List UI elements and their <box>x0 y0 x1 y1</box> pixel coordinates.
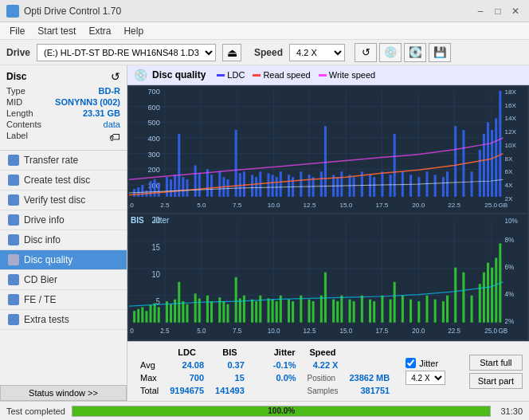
svg-text:0.0: 0.0 <box>129 326 134 335</box>
disc-button[interactable]: 💿 <box>379 43 402 62</box>
svg-rect-69 <box>255 177 257 197</box>
svg-text:700: 700 <box>147 88 159 96</box>
speed-dropdown[interactable]: 4.2 X <box>406 371 445 385</box>
jitter-chart-label: Jitter <box>152 216 170 225</box>
stats-area: LDC BIS Jitter Speed Avg 24.08 0.37 -0.1… <box>127 341 529 401</box>
svg-text:22.5: 22.5 <box>448 202 460 209</box>
contents-label: Contents <box>6 120 41 129</box>
total-ldc: 9194675 <box>165 385 209 396</box>
svg-rect-201 <box>471 295 473 322</box>
svg-rect-199 <box>454 267 457 322</box>
svg-text:25.0: 25.0 <box>484 202 497 209</box>
svg-rect-168 <box>255 301 257 323</box>
nav-disc-info[interactable]: Disc info <box>0 230 127 250</box>
svg-text:4X: 4X <box>504 182 513 189</box>
eject-button[interactable]: ⏏ <box>222 44 241 61</box>
refresh-button[interactable]: ↺ <box>355 43 377 62</box>
nav-transfer-rate[interactable]: Transfer rate <box>0 151 127 171</box>
jitter-checkbox[interactable] <box>406 358 416 368</box>
menu-extra[interactable]: Extra <box>82 24 117 38</box>
svg-rect-104 <box>483 134 485 197</box>
status-window-button[interactable]: Status window >> <box>0 385 127 401</box>
svg-text:GB: GB <box>498 202 507 209</box>
svg-rect-164 <box>235 277 237 322</box>
nav-create-test-disc[interactable]: Create test disc <box>0 171 127 190</box>
disc2-button[interactable]: 💽 <box>404 43 426 62</box>
save-button[interactable]: 💾 <box>429 43 451 62</box>
disc-refresh-icon[interactable]: ↺ <box>111 70 120 83</box>
svg-text:400: 400 <box>147 135 159 143</box>
jitter-header: Jitter <box>268 347 301 358</box>
samples-value: 381751 <box>344 385 394 396</box>
legend-ldc-label: LDC <box>227 70 245 80</box>
svg-rect-53 <box>170 179 172 197</box>
nav-label-disc-quality: Disc quality <box>24 254 72 265</box>
legend-read-label: Read speed <box>263 70 310 80</box>
nav-label-drive-info: Drive info <box>24 214 65 226</box>
svg-rect-147 <box>145 311 147 323</box>
menu-file[interactable]: File <box>3 24 31 38</box>
svg-rect-190 <box>390 299 392 322</box>
nav-fe-te[interactable]: FE / TE <box>0 290 127 310</box>
svg-rect-193 <box>409 299 412 322</box>
svg-rect-88 <box>369 175 371 197</box>
close-button[interactable]: ✕ <box>508 4 523 18</box>
svg-rect-108 <box>499 91 501 197</box>
svg-rect-171 <box>272 299 274 322</box>
disc-quality-icon: 💿 <box>134 69 147 81</box>
svg-rect-183 <box>340 295 343 322</box>
nav-label-extra-tests: Extra tests <box>24 314 69 325</box>
disc-section-title: Disc <box>6 71 26 82</box>
nav-label-create-test-disc: Create test disc <box>24 175 90 186</box>
svg-text:10: 10 <box>152 269 161 279</box>
svg-rect-55 <box>178 134 180 197</box>
svg-text:0.0: 0.0 <box>129 202 134 209</box>
svg-rect-90 <box>381 171 383 197</box>
length-value: 23.31 GB <box>83 108 120 118</box>
svg-rect-54 <box>174 175 176 197</box>
svg-text:2%: 2% <box>504 316 514 325</box>
nav-verify-test-disc[interactable]: Verify test disc <box>0 190 127 210</box>
drive-select[interactable]: (E:) HL-DT-ST BD-RE WH16NS48 1.D3 <box>37 44 216 61</box>
svg-rect-156 <box>186 304 188 322</box>
svg-text:4%: 4% <box>504 289 514 298</box>
position-value: 23862 MB <box>344 372 394 383</box>
label-icon: 🏷 <box>109 131 120 143</box>
jitter-check-label: Jitter <box>419 359 438 368</box>
nav-icon-cd-bier <box>8 274 19 285</box>
svg-rect-103 <box>479 150 481 197</box>
menu-help[interactable]: Help <box>117 24 150 38</box>
chart-ldc-svg: 700 600 500 400 300 200 100 0.0 2.5 5.0 … <box>129 87 527 213</box>
speed-select[interactable]: 4.2 X <box>289 44 345 61</box>
menu-start-test[interactable]: Start test <box>31 24 82 38</box>
start-full-button[interactable]: Start full <box>469 355 523 371</box>
nav-extra-tests[interactable]: Extra tests <box>0 310 127 330</box>
nav-cd-bier[interactable]: CD Bier <box>0 270 127 290</box>
svg-rect-75 <box>288 175 290 197</box>
nav-disc-quality[interactable]: Disc quality <box>0 250 127 270</box>
svg-rect-79 <box>312 177 315 197</box>
svg-rect-109 <box>129 214 527 340</box>
legend-ldc: LDC <box>217 70 245 80</box>
svg-rect-95 <box>417 177 420 197</box>
nav-icon-create <box>8 175 19 186</box>
svg-text:15.0: 15.0 <box>340 202 353 209</box>
svg-rect-98 <box>442 177 445 197</box>
nav-icon-fe-te <box>8 294 19 305</box>
nav-icon-extra <box>8 314 19 325</box>
legend-write-color <box>319 74 327 77</box>
minimize-button[interactable]: – <box>473 4 488 18</box>
mid-label: MID <box>6 97 22 107</box>
svg-rect-52 <box>166 177 168 197</box>
start-part-button[interactable]: Start part <box>469 373 523 389</box>
bis-label: BIS <box>131 216 144 225</box>
charts-area: 700 600 500 400 300 200 100 0.0 2.5 5.0 … <box>127 85 529 341</box>
total-bis: 141493 <box>210 385 249 396</box>
svg-text:12.5: 12.5 <box>304 326 316 335</box>
legend-read-color <box>253 74 261 77</box>
nav-drive-info[interactable]: Drive info <box>0 210 127 230</box>
svg-rect-165 <box>239 298 241 322</box>
maximize-button[interactable]: □ <box>491 4 505 18</box>
main-layout: Disc ↺ Type BD-R MID SONYNN3 (002) Lengt… <box>0 65 529 401</box>
svg-rect-56 <box>182 177 184 197</box>
